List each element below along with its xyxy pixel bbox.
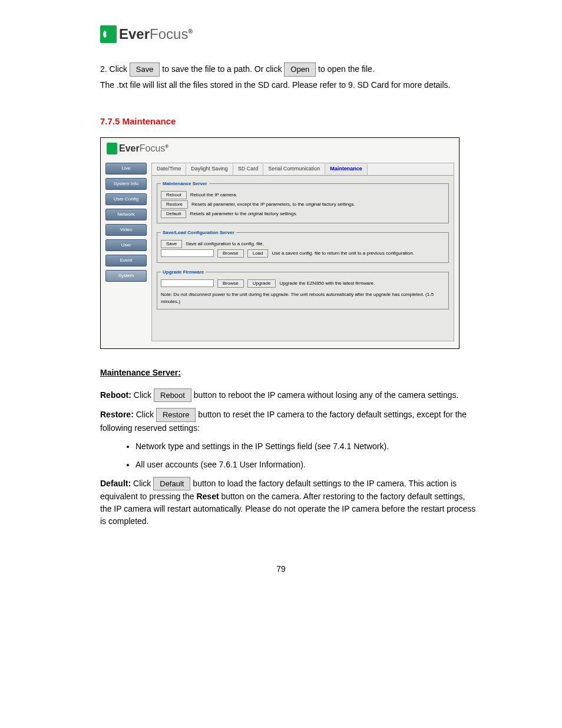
default-paragraph: Default: Click Default button to load th… xyxy=(100,477,477,528)
legend-saveload: Save/Load Configuration Server xyxy=(161,229,236,236)
config-file-input[interactable] xyxy=(161,249,214,257)
upgrade-note: Note: Do not disconnect power to the uni… xyxy=(161,291,445,305)
restore-paragraph: Restore: Click Restore button to reset t… xyxy=(100,408,477,434)
firmware-file-input[interactable] xyxy=(161,279,214,287)
maint-heading: Maintenance Server: xyxy=(100,367,477,379)
tab-sd-card[interactable]: SD Card xyxy=(233,163,264,175)
sidebar-item-system-info[interactable]: System Info xyxy=(105,178,147,190)
logo-part1: Ever xyxy=(119,26,150,42)
reboot-button-inline: Reboot xyxy=(154,388,191,403)
default-t1: Click xyxy=(133,479,153,488)
fieldset-maintenance-server: Maintenance Server Reboot Reboot the IP … xyxy=(157,180,449,223)
restore-t1: Click xyxy=(136,410,156,419)
body-text: Maintenance Server: Reboot: Click Reboot… xyxy=(100,367,477,528)
shot-logo-p2: Focus xyxy=(140,143,166,153)
brand-logo: EverFocus® xyxy=(100,24,527,45)
sidebar-item-user-config[interactable]: User Config xyxy=(105,193,147,205)
reboot-t1: Click xyxy=(134,390,154,400)
logo-icon xyxy=(100,25,117,43)
tab-date-time[interactable]: Date/Time xyxy=(152,163,186,175)
sidebar-item-video[interactable]: Video xyxy=(105,224,147,236)
tabs: Date/Time Daylight Saving SD Card Serial… xyxy=(152,163,454,176)
shot-logo: EverFocus® xyxy=(101,138,459,159)
sidebar: Live System Info User Config Network Vid… xyxy=(105,163,147,282)
sidebar-item-network[interactable]: Network xyxy=(105,209,147,220)
intro-line-2: The .txt file will list all the files st… xyxy=(100,79,477,91)
restore-desc: Resets all parameter, except the IP para… xyxy=(191,201,355,208)
page-number: 79 xyxy=(35,563,527,575)
default-reset-bold: Reset xyxy=(196,492,219,501)
default-label: Default: xyxy=(100,479,131,488)
shot-logo-icon xyxy=(107,143,117,154)
shot-logo-text: EverFocus® xyxy=(119,141,168,156)
bullet-2: All user accounts (see 7.6.1 User Inform… xyxy=(135,459,477,471)
reboot-desc: Reboot the IP camera. xyxy=(190,192,237,199)
sidebar-item-live[interactable]: Live xyxy=(105,163,147,174)
restore-bullets: Network type and settings in the IP Sett… xyxy=(135,440,477,471)
tab-daylight[interactable]: Daylight Saving xyxy=(186,163,233,175)
browse-firmware-button[interactable]: Browse xyxy=(217,279,244,288)
reboot-button[interactable]: Reboot xyxy=(161,191,187,199)
upgrade-desc: Upgrade the EZN850 with the latest firmw… xyxy=(279,280,375,287)
reboot-t2: button to reboot the IP camera without l… xyxy=(194,390,459,400)
logo-text: EverFocus® xyxy=(119,24,193,45)
intro-text-c: to open the file. xyxy=(318,64,375,74)
browse-config-button[interactable]: Browse xyxy=(217,249,244,258)
shot-logo-p1: Ever xyxy=(119,143,140,153)
load-config-desc: Use a saved config. file to return the u… xyxy=(272,250,414,257)
restore-button[interactable]: Restore xyxy=(161,200,188,209)
bullet-1: Network type and settings in the IP Sett… xyxy=(135,440,477,453)
restore-button-inline: Restore xyxy=(156,408,196,422)
main-panel: Date/Time Daylight Saving SD Card Serial… xyxy=(151,163,454,341)
shot-logo-sup: ® xyxy=(165,144,168,149)
sidebar-item-user[interactable]: User xyxy=(105,239,147,251)
logo-sup: ® xyxy=(188,28,192,35)
save-button-inline: Save xyxy=(130,62,160,77)
fieldset-upgrade-firmware: Upgrade Firmware Browse Upgrade Upgrade … xyxy=(157,269,449,309)
intro-text-b: to save the file to a path. Or click xyxy=(162,64,284,74)
reboot-paragraph: Reboot: Click Reboot button to reboot th… xyxy=(100,388,477,403)
restore-label: Restore: xyxy=(100,410,134,419)
fieldset-save-load: Save/Load Configuration Server Save Save… xyxy=(157,229,449,263)
default-desc: Resets all parameter to the original fac… xyxy=(190,210,297,218)
save-config-button[interactable]: Save xyxy=(161,240,182,248)
sidebar-item-event[interactable]: Event xyxy=(105,255,147,266)
load-config-button[interactable]: Load xyxy=(247,249,269,258)
intro-text-a: 2. Click xyxy=(100,64,130,74)
section-title: 7.7.5 Maintenance xyxy=(100,115,527,129)
tab-maintenance[interactable]: Maintenance xyxy=(325,163,368,175)
reboot-label: Reboot: xyxy=(100,390,131,400)
legend-upgrade: Upgrade Firmware xyxy=(161,269,206,276)
default-button-inline: Default xyxy=(153,477,190,491)
logo-part2: Focus xyxy=(150,26,188,42)
save-config-desc: Save all configuration to a config. file… xyxy=(186,241,264,248)
legend-maint: Maintenance Server xyxy=(161,180,209,187)
intro-line-1: 2. Click Save to save the file to a path… xyxy=(100,62,477,77)
upgrade-firmware-button[interactable]: Upgrade xyxy=(247,279,276,288)
intro-block: 2. Click Save to save the file to a path… xyxy=(100,62,477,91)
sidebar-item-system[interactable]: System xyxy=(105,270,147,282)
default-button[interactable]: Default xyxy=(161,210,186,218)
panel-body: Maintenance Server Reboot Reboot the IP … xyxy=(152,176,454,341)
open-button-inline: Open xyxy=(284,62,316,77)
tab-serial[interactable]: Serial Communication xyxy=(263,163,325,175)
screenshot-container: EverFocus® Live System Info User Config … xyxy=(100,137,459,349)
